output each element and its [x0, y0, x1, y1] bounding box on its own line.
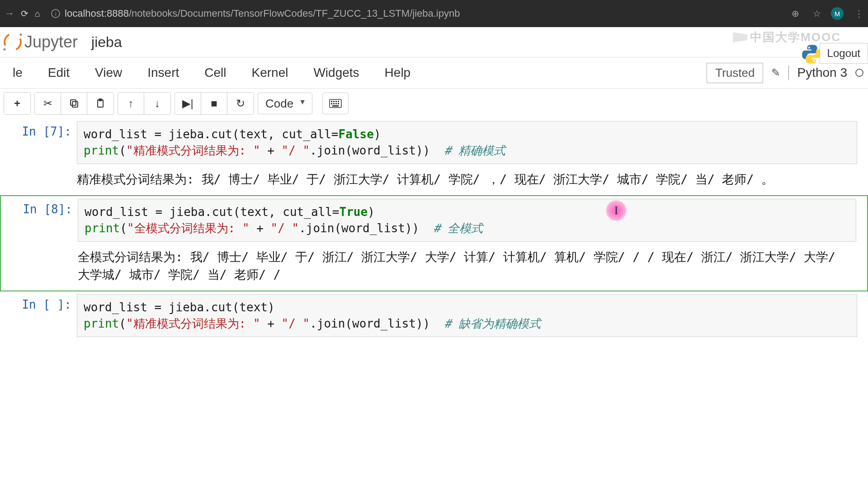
jupyter-header: Jupyter jieba 中国大学MOOC Logout [0, 27, 868, 57]
menu-kernel[interactable]: Kernel [239, 62, 301, 84]
menu-help[interactable]: Help [372, 62, 424, 84]
code-input[interactable]: word_list = jieba.cut(text) print("精准模式分… [77, 294, 857, 337]
cell-output: 全模式分词结果为: 我/ 博士/ 毕业/ 于/ 浙江/ 浙江大学/ 大学/ 计算… [78, 242, 856, 288]
browser-chrome: → ⟳ ⌂ i localhost:8888/notebooks/Documen… [0, 0, 868, 27]
move-up-button[interactable]: ↑ [118, 93, 144, 114]
forward-arrow-icon[interactable]: → [5, 8, 14, 19]
svg-rect-12 [338, 103, 339, 104]
reload-icon[interactable]: ⟳ [21, 8, 28, 19]
menu-edit[interactable]: Edit [35, 62, 82, 84]
url-host: localhost:8888 [65, 8, 129, 19]
notebook-container[interactable]: In [7]: word_list = jieba.cut(text, cut_… [0, 118, 868, 480]
url-bar[interactable]: i localhost:8888/notebooks/Documents/Ten… [47, 8, 782, 19]
jupyter-logo-text: Jupyter [24, 33, 78, 52]
zoom-icon[interactable]: ⊕ [792, 8, 799, 19]
command-palette-button[interactable] [322, 93, 349, 114]
profile-avatar[interactable]: M [831, 7, 844, 20]
cut-button[interactable]: ✂ [35, 93, 61, 114]
cell-prompt: In [8]: [1, 199, 78, 288]
svg-rect-8 [338, 101, 339, 102]
cell-prompt: In [7]: [0, 121, 77, 192]
cell-type-select[interactable]: Code [258, 93, 312, 114]
divider [788, 66, 789, 80]
menu-file[interactable]: le [0, 62, 35, 84]
stop-button[interactable]: ■ [201, 93, 227, 114]
bookmark-star-icon[interactable]: ☆ [813, 8, 821, 19]
trusted-indicator[interactable]: Trusted [707, 63, 763, 83]
svg-rect-5 [331, 101, 332, 102]
toolbar: + ✂ ↑ ↓ ▶| ■ ↻ Code [0, 89, 868, 118]
menu-right-section: Trusted ✎ Python 3 [707, 63, 868, 83]
watermark-flag-icon [733, 33, 747, 42]
jupyter-logo[interactable]: Jupyter [4, 33, 78, 52]
copy-button[interactable] [61, 93, 87, 114]
logout-button[interactable]: Logout [820, 43, 868, 64]
svg-rect-13 [332, 105, 339, 107]
cell-output: 精准模式分词结果为: 我/ 博士/ 毕业/ 于/ 浙江大学/ 计算机/ 学院/ … [77, 164, 857, 192]
menu-view[interactable]: View [82, 62, 135, 84]
notebook-name[interactable]: jieba [91, 34, 122, 51]
svg-rect-7 [335, 101, 337, 102]
restart-button[interactable]: ↻ [227, 93, 254, 114]
run-button[interactable]: ▶| [175, 93, 201, 114]
code-cell[interactable]: In [7]: word_list = jieba.cut(text, cut_… [0, 118, 868, 195]
url-path: /notebooks/Documents/TensorFlowCodes/TF_… [129, 8, 460, 19]
menu-widgets[interactable]: Widgets [301, 62, 372, 84]
kernel-name-label[interactable]: Python 3 [797, 66, 847, 80]
menu-cell[interactable]: Cell [192, 62, 239, 84]
code-cell[interactable]: In [8]: word_list = jieba.cut(text, cut_… [0, 195, 868, 291]
code-cell[interactable]: In [ ]: word_list = jieba.cut(text) prin… [0, 291, 868, 340]
menu-bar: le Edit View Insert Cell Kernel Widgets … [0, 57, 868, 89]
home-icon[interactable]: ⌂ [35, 9, 40, 19]
move-down-button[interactable]: ↓ [144, 93, 170, 114]
svg-rect-10 [333, 103, 335, 104]
svg-rect-6 [333, 101, 335, 102]
add-cell-button[interactable]: + [4, 93, 30, 114]
browser-menu-icon[interactable]: ⋮ [854, 8, 863, 19]
site-info-icon[interactable]: i [51, 9, 60, 18]
svg-rect-1 [71, 100, 76, 105]
kernel-status-icon [855, 69, 863, 77]
cell-prompt: In [ ]: [0, 294, 77, 337]
svg-rect-9 [331, 103, 332, 104]
edit-pencil-icon[interactable]: ✎ [771, 66, 780, 79]
code-input[interactable]: word_list = jieba.cut(text, cut_all=True… [78, 199, 856, 242]
code-input[interactable]: word_list = jieba.cut(text, cut_all=Fals… [77, 121, 857, 164]
menu-insert[interactable]: Insert [135, 62, 192, 84]
svg-rect-11 [335, 103, 337, 104]
svg-rect-0 [72, 102, 78, 107]
paste-button[interactable] [87, 93, 113, 114]
jupyter-logo-icon [1, 30, 24, 53]
